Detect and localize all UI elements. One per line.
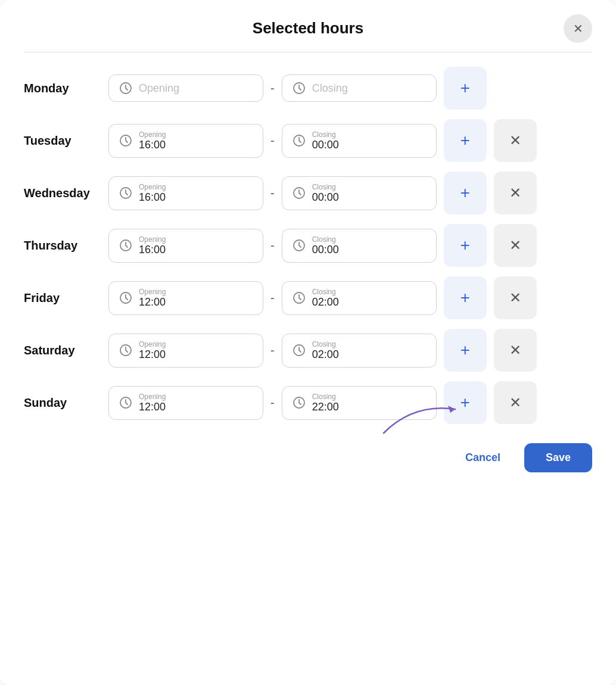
add-slot-button-monday[interactable]: + — [444, 67, 487, 110]
opening-input-saturday[interactable]: Opening12:00 — [108, 334, 263, 368]
closing-input-wednesday[interactable]: Closing00:00 — [282, 176, 437, 210]
day-row-sunday: SundayOpening12:00-Closing22:00+✕ — [24, 381, 592, 424]
opening-placeholder: Opening — [139, 82, 179, 95]
closing-label: Closing — [312, 288, 339, 296]
time-separator: - — [270, 82, 275, 95]
closing-input-tuesday[interactable]: Closing00:00 — [282, 124, 437, 158]
clock-icon — [292, 133, 306, 148]
day-label-wednesday: Wednesday — [24, 186, 101, 200]
closing-placeholder: Closing — [312, 82, 348, 95]
modal-header: Selected hours ✕ — [24, 19, 592, 38]
opening-input-wednesday[interactable]: Opening16:00 — [108, 176, 263, 210]
closing-label: Closing — [312, 393, 339, 401]
opening-label: Opening — [139, 340, 166, 348]
opening-value: 16:00 — [139, 139, 166, 151]
opening-input-tuesday[interactable]: Opening16:00 — [108, 124, 263, 158]
day-row-tuesday: TuesdayOpening16:00-Closing00:00+✕ — [24, 119, 592, 162]
add-slot-button-tuesday[interactable]: + — [444, 119, 487, 162]
closing-input-sunday[interactable]: Closing22:00 — [282, 386, 437, 420]
day-row-monday: MondayOpening-Closing+ — [24, 67, 592, 110]
add-slot-button-saturday[interactable]: + — [444, 329, 487, 372]
time-separator: - — [270, 344, 275, 357]
save-button[interactable]: Save — [524, 443, 592, 472]
footer: Cancel Save — [24, 443, 592, 472]
clock-icon — [119, 343, 133, 357]
days-container: MondayOpening-Closing+TuesdayOpening16:0… — [24, 67, 592, 424]
closing-input-saturday[interactable]: Closing02:00 — [282, 334, 437, 368]
opening-value: 12:00 — [139, 348, 166, 361]
close-button[interactable]: ✕ — [564, 14, 592, 43]
time-separator: - — [270, 239, 275, 253]
day-label-sunday: Sunday — [24, 396, 101, 410]
closing-value: 02:00 — [312, 296, 339, 309]
clock-icon — [292, 343, 306, 357]
add-slot-button-friday[interactable]: + — [444, 276, 487, 319]
day-label-monday: Monday — [24, 82, 101, 95]
clock-icon — [119, 186, 133, 200]
clock-icon — [119, 291, 133, 305]
remove-slot-button-tuesday[interactable]: ✕ — [494, 119, 537, 162]
remove-slot-button-friday[interactable]: ✕ — [494, 276, 537, 319]
add-slot-button-wednesday[interactable]: + — [444, 172, 487, 214]
clock-icon — [292, 396, 306, 410]
divider — [24, 52, 592, 52]
opening-label: Opening — [139, 235, 166, 244]
opening-value: 12:00 — [139, 401, 166, 413]
time-separator: - — [270, 396, 275, 410]
closing-label: Closing — [312, 130, 339, 139]
day-label-thursday: Thursday — [24, 239, 101, 253]
remove-slot-button-sunday[interactable]: ✕ — [494, 381, 537, 424]
opening-label: Opening — [139, 130, 166, 139]
closing-input-thursday[interactable]: Closing00:00 — [282, 229, 437, 263]
closing-input-monday[interactable]: Closing — [282, 74, 437, 102]
modal-title: Selected hours — [253, 19, 363, 38]
closing-value: 00:00 — [312, 139, 339, 151]
opening-label: Opening — [139, 288, 166, 296]
day-label-tuesday: Tuesday — [24, 134, 101, 148]
remove-slot-button-saturday[interactable]: ✕ — [494, 329, 537, 372]
add-slot-button-sunday[interactable]: + — [444, 381, 487, 424]
time-separator: - — [270, 291, 275, 305]
opening-value: 16:00 — [139, 244, 166, 256]
day-label-friday: Friday — [24, 291, 101, 305]
opening-input-sunday[interactable]: Opening12:00 — [108, 386, 263, 420]
remove-slot-button-wednesday[interactable]: ✕ — [494, 172, 537, 214]
closing-label: Closing — [312, 340, 339, 348]
opening-input-friday[interactable]: Opening12:00 — [108, 281, 263, 315]
clock-icon — [292, 291, 306, 305]
remove-slot-button-thursday[interactable]: ✕ — [494, 224, 537, 267]
cancel-button[interactable]: Cancel — [451, 443, 515, 472]
clock-icon — [119, 396, 133, 410]
day-row-thursday: ThursdayOpening16:00-Closing00:00+✕ — [24, 224, 592, 267]
closing-label: Closing — [312, 235, 339, 244]
closing-value: 00:00 — [312, 191, 339, 204]
close-icon: ✕ — [573, 21, 583, 36]
add-slot-button-thursday[interactable]: + — [444, 224, 487, 267]
opening-value: 16:00 — [139, 191, 166, 204]
opening-label: Opening — [139, 393, 166, 401]
clock-icon — [292, 186, 306, 200]
clock-icon — [119, 238, 133, 253]
day-row-friday: FridayOpening12:00-Closing02:00+✕ — [24, 276, 592, 319]
opening-value: 12:00 — [139, 296, 166, 309]
time-separator: - — [270, 134, 275, 148]
opening-label: Opening — [139, 183, 166, 191]
closing-value: 02:00 — [312, 348, 339, 361]
modal-container: Selected hours ✕ MondayOpening-Closing+T… — [0, 0, 616, 685]
clock-icon — [119, 81, 133, 95]
clock-icon — [292, 238, 306, 253]
day-label-saturday: Saturday — [24, 344, 101, 357]
day-row-saturday: SaturdayOpening12:00-Closing02:00+✕ — [24, 329, 592, 372]
time-separator: - — [270, 186, 275, 200]
opening-input-monday[interactable]: Opening — [108, 74, 263, 102]
clock-icon — [292, 81, 306, 95]
opening-input-thursday[interactable]: Opening16:00 — [108, 229, 263, 263]
closing-input-friday[interactable]: Closing02:00 — [282, 281, 437, 315]
closing-value: 00:00 — [312, 244, 339, 256]
day-row-wednesday: WednesdayOpening16:00-Closing00:00+✕ — [24, 172, 592, 214]
clock-icon — [119, 133, 133, 148]
closing-value: 22:00 — [312, 401, 339, 413]
closing-label: Closing — [312, 183, 339, 191]
